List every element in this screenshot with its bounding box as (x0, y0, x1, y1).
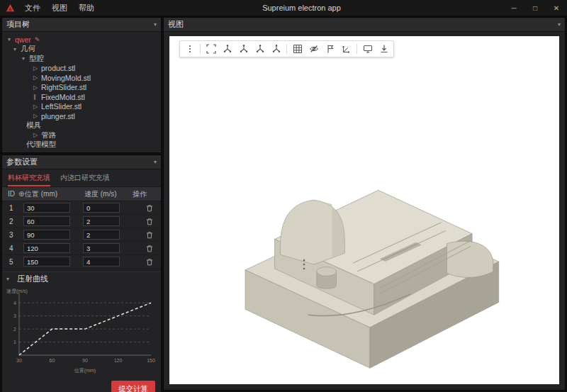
delete-row-button[interactable] (138, 258, 161, 266)
svg-text:1: 1 (13, 340, 16, 345)
tree-node-mold[interactable]: 模具 (2, 121, 161, 131)
side-view-button[interactable] (268, 42, 284, 56)
3d-model (169, 36, 559, 384)
collapse-chevron-icon[interactable]: ▾ (154, 21, 157, 28)
tree-node-label: LeftSlider.stl (41, 102, 82, 111)
measure-button[interactable] (322, 42, 338, 56)
trash-icon (146, 258, 153, 266)
front-view-button[interactable] (235, 42, 252, 56)
delete-row-button[interactable] (138, 218, 161, 225)
table-row: 4 (2, 242, 161, 255)
tree-node-file[interactable]: ▷ RightSlider.stl (2, 83, 161, 93)
monitor-icon (363, 44, 373, 54)
collapse-chevron-icon[interactable]: ▾ (558, 21, 561, 28)
trash-icon (146, 231, 153, 239)
fit-view-button[interactable] (203, 42, 219, 56)
position-input[interactable] (23, 243, 70, 253)
toggle-visibility-icon[interactable]: ▷ (33, 74, 41, 81)
dots-vertical-icon (185, 44, 195, 54)
more-options-button[interactable] (181, 42, 198, 56)
close-icon[interactable]: ✕ (546, 0, 567, 16)
toggle-visibility-icon[interactable]: ▷ (33, 103, 41, 110)
toggle-visibility-icon[interactable]: ▷ (33, 65, 41, 72)
grid-toggle-button[interactable] (289, 42, 305, 56)
toggle-visibility-icon[interactable]: ▷ (33, 84, 41, 91)
chevron-down-icon[interactable]: ▾ (22, 55, 29, 62)
pause-icon[interactable]: ∥ (33, 94, 41, 100)
maximize-icon[interactable]: □ (524, 0, 546, 16)
speed-input[interactable] (83, 257, 120, 267)
hide-model-button[interactable] (305, 42, 322, 56)
screenshot-button[interactable] (359, 42, 376, 56)
speed-input[interactable] (83, 243, 120, 253)
toggle-visibility-icon[interactable]: ▷ (33, 113, 41, 119)
submit-calculation-button[interactable]: 提交计算 (111, 381, 155, 392)
speed-input[interactable] (83, 203, 120, 213)
tree-node-file[interactable]: ▷ product.stl (2, 64, 161, 74)
position-input[interactable] (23, 203, 70, 213)
menu-file[interactable]: 文件 (19, 0, 46, 16)
download-button[interactable] (376, 42, 392, 56)
svg-text:速度(m/s): 速度(m/s) (6, 289, 28, 294)
svg-text:位置(mm): 位置(mm) (74, 368, 96, 374)
tree-node-root[interactable]: ▾ qwer ✎ (2, 35, 161, 45)
top-view-button[interactable] (252, 42, 268, 56)
speed-input[interactable] (83, 230, 120, 240)
table-row: 2 (2, 215, 161, 228)
tab-cup-fill-study[interactable]: 料杯研究充填 (8, 173, 50, 186)
isometric-view-button[interactable] (219, 42, 235, 56)
toggle-visibility-icon[interactable]: ▷ (33, 132, 41, 138)
eye-off-icon (309, 44, 319, 54)
svg-text:150: 150 (147, 358, 155, 363)
tree-node-file[interactable]: ▷ plunger.stl (2, 111, 161, 121)
minimize-icon[interactable]: ─ (503, 0, 524, 16)
tree-node-proxy[interactable]: 代理模型 (2, 140, 161, 150)
chevron-down-icon[interactable]: ▾ (8, 36, 15, 43)
speed-input[interactable] (83, 216, 120, 226)
svg-text:30: 30 (16, 358, 22, 363)
tree-node-file[interactable]: ∥ FixedMold.stl (2, 92, 161, 102)
3d-canvas[interactable] (169, 36, 559, 384)
chevron-down-icon[interactable]: ▾ (13, 46, 21, 52)
injection-curve-chart: 1234306090120150速度(m/s)位置(mm) (2, 286, 161, 376)
project-tree-panel: 项目树 ▾ ▾ qwer ✎ ▾ 几何 ▾ 型腔 ▷ (1, 17, 162, 153)
tree-node-geometry[interactable]: ▾ 几何 (2, 45, 161, 55)
collapse-chevron-icon[interactable]: ▾ (154, 159, 157, 165)
params-panel: 参数设置 ▾ 料杯研究充填 内浇口研究充填 ID ⊕ 位置 (mm) 速度 (m… (1, 155, 162, 392)
download-icon (379, 44, 389, 54)
trash-icon (146, 218, 153, 225)
tab-gate-fill-study[interactable]: 内浇口研究充填 (60, 173, 110, 186)
line-chart: 1234306090120150速度(m/s)位置(mm) (5, 287, 157, 374)
project-tree-header: 项目树 ▾ (2, 18, 161, 32)
params-title: 参数设置 (6, 157, 38, 167)
trash-icon (146, 204, 153, 212)
project-tree-title: 项目树 (6, 19, 30, 30)
titlebar: 文件 视图 帮助 Supreium electron app ─ □ ✕ (0, 0, 567, 16)
delete-row-button[interactable] (138, 245, 161, 252)
front-view-icon (239, 44, 249, 54)
tree-node-label: 型腔 (29, 54, 44, 64)
axes-toggle-button[interactable] (338, 42, 354, 56)
tree-node-piping[interactable]: ▷ 管路 (2, 130, 161, 140)
menu-help[interactable]: 帮助 (73, 0, 100, 16)
tree-node-file[interactable]: ▷ LeftSlider.stl (2, 102, 161, 112)
curve-section-header[interactable]: ▾ 压射曲线 (2, 271, 161, 286)
toolbar-separator (357, 44, 357, 54)
tree-node-cavity[interactable]: ▾ 型腔 (2, 54, 161, 64)
viewport-title: 视图 (168, 19, 184, 30)
tree-node-label: FixedMold.stl (41, 93, 85, 101)
position-input[interactable] (23, 230, 70, 240)
chevron-down-icon[interactable]: ▾ (6, 276, 13, 282)
delete-row-button[interactable] (138, 204, 161, 212)
edit-icon[interactable]: ✎ (35, 36, 40, 43)
delete-row-button[interactable] (138, 231, 161, 239)
row-id: 3 (5, 231, 23, 239)
flag-icon (325, 44, 335, 54)
toolbar-separator (286, 44, 287, 54)
tree-node-file[interactable]: ▷ MovingMold.stl (2, 73, 161, 83)
position-input[interactable] (23, 257, 70, 267)
toolbar-separator (200, 44, 201, 54)
tree-node-label: qwer (15, 35, 31, 44)
menu-view[interactable]: 视图 (46, 0, 73, 16)
position-input[interactable] (23, 216, 70, 226)
